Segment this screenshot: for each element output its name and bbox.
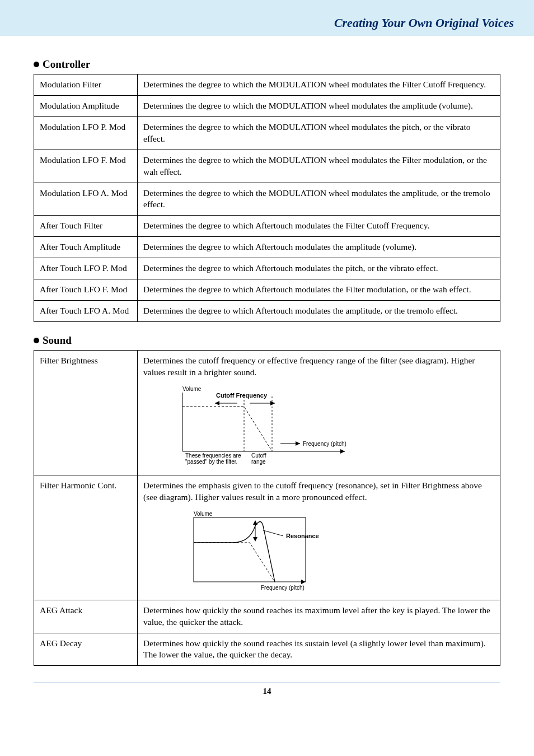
- bullet-icon: [34, 62, 39, 67]
- table-row: Modulation Amplitude Determines the degr…: [34, 95, 500, 116]
- param-name: After Touch Filter: [34, 216, 138, 237]
- table-row: Modulation LFO A. Mod Determines the deg…: [34, 183, 500, 216]
- param-name: Filter Harmonic Cont.: [34, 475, 138, 600]
- param-desc-cell: Determines the emphasis given to the cut…: [138, 475, 500, 600]
- param-desc: Determines the emphasis given to the cut…: [143, 480, 482, 502]
- page-header-title: Creating Your Own Original Voices: [334, 16, 514, 30]
- param-desc: Determines the degree to which Aftertouc…: [138, 216, 500, 237]
- diagram2-resonance-label: Resonance: [286, 533, 319, 539]
- section-heading-sound-label: Sound: [43, 334, 72, 347]
- header-band: Creating Your Own Original Voices: [0, 0, 534, 36]
- svg-rect-11: [194, 517, 306, 582]
- param-desc: Determines the degree to which Aftertouc…: [138, 301, 500, 322]
- param-name: Filter Brightness: [34, 350, 138, 475]
- param-desc: Determines how quickly the sound reaches…: [138, 633, 500, 666]
- param-name: After Touch LFO P. Mod: [34, 258, 138, 279]
- param-desc: Determines the degree to which the MODUL…: [138, 74, 500, 96]
- table-row: After Touch LFO F. Mod Determines the de…: [34, 279, 500, 301]
- bullet-icon: [34, 338, 39, 343]
- controller-table: Modulation Filter Determines the degree …: [34, 74, 500, 322]
- table-row: After Touch Filter Determines the degree…: [34, 216, 500, 237]
- resonance-diagram: Volume Resonance Frequency (pitch): [143, 509, 494, 593]
- param-name: AEG Attack: [34, 600, 138, 633]
- table-row: Filter Brightness Determines the cutoff …: [34, 350, 500, 475]
- param-desc: Determines the degree to which the MODUL…: [138, 95, 500, 116]
- diagram-cutoff-range-2: range: [251, 459, 266, 465]
- param-desc: Determines the degree to which Aftertouc…: [138, 279, 500, 301]
- svg-marker-16: [301, 580, 306, 584]
- svg-line-15: [263, 530, 283, 536]
- diagram2-freq-pitch-label: Frequency (pitch): [261, 585, 305, 591]
- diagram2-volume-label: Volume: [194, 511, 213, 517]
- footer: 14: [34, 683, 500, 696]
- svg-marker-14: [253, 537, 257, 542]
- param-name: Modulation LFO A. Mod: [34, 183, 138, 216]
- param-desc-cell: Determines the cutoff frequency or effec…: [138, 350, 500, 475]
- cutoff-diagram: Volume Cutoff Frequency These frequencie…: [143, 384, 494, 468]
- diagram-cutoff-range-1: Cutoff: [251, 452, 266, 459]
- param-name: AEG Decay: [34, 633, 138, 666]
- table-row: After Touch Amplitude Determines the deg…: [34, 237, 500, 258]
- table-row: AEG Decay Determines how quickly the sou…: [34, 633, 500, 666]
- param-name: After Touch Amplitude: [34, 237, 138, 258]
- param-desc: Determines the degree to which Aftertouc…: [138, 258, 500, 279]
- content-area: Controller Modulation Filter Determines …: [0, 58, 534, 666]
- diagram-freq-pitch-label: Frequency (pitch): [303, 441, 346, 447]
- param-desc: Determines the degree to which the MODUL…: [138, 116, 500, 150]
- param-name: After Touch LFO F. Mod: [34, 279, 138, 301]
- svg-marker-13: [253, 520, 257, 525]
- param-name: Modulation LFO F. Mod: [34, 150, 138, 183]
- table-row: Modulation LFO P. Mod Determines the deg…: [34, 116, 500, 150]
- cutoff-diagram-svg: Volume Cutoff Frequency These frequencie…: [143, 384, 378, 468]
- param-desc: Determines the degree to which Aftertouc…: [138, 237, 500, 258]
- page-number: 14: [263, 687, 271, 696]
- param-desc: Determines the degree to which the MODUL…: [138, 183, 500, 216]
- table-row: Modulation LFO F. Mod Determines the deg…: [34, 150, 500, 183]
- param-name: Modulation Amplitude: [34, 95, 138, 116]
- table-row: After Touch LFO P. Mod Determines the de…: [34, 258, 500, 279]
- section-heading-controller-label: Controller: [43, 58, 90, 71]
- param-desc: Determines the degree to which the MODUL…: [138, 150, 500, 183]
- svg-marker-10: [296, 441, 300, 446]
- param-name: After Touch LFO A. Mod: [34, 301, 138, 322]
- diagram-cutoff-freq-label: Cutoff Frequency: [216, 392, 268, 399]
- table-row: Filter Harmonic Cont. Determines the emp…: [34, 475, 500, 600]
- table-row: After Touch LFO A. Mod Determines the de…: [34, 301, 500, 322]
- diagram-passed-label-2: "passed" by the filter.: [185, 459, 237, 465]
- svg-marker-2: [340, 449, 345, 454]
- param-desc: Determines the cutoff frequency or effec…: [143, 356, 475, 377]
- param-name: Modulation LFO P. Mod: [34, 116, 138, 150]
- svg-marker-8: [270, 401, 275, 405]
- diagram-passed-label-1: These frequencies are: [185, 452, 241, 459]
- table-row: AEG Attack Determines how quickly the so…: [34, 600, 500, 633]
- section-heading-controller: Controller: [34, 58, 500, 71]
- table-row: Modulation Filter Determines the degree …: [34, 74, 500, 96]
- resonance-diagram-svg: Volume Resonance Frequency (pitch): [143, 509, 378, 593]
- param-desc: Determines how quickly the sound reaches…: [138, 600, 500, 633]
- svg-marker-6: [215, 401, 219, 405]
- param-name: Modulation Filter: [34, 74, 138, 96]
- diagram-volume-label: Volume: [182, 386, 202, 392]
- sound-table: Filter Brightness Determines the cutoff …: [34, 350, 500, 666]
- section-heading-sound: Sound: [34, 334, 500, 347]
